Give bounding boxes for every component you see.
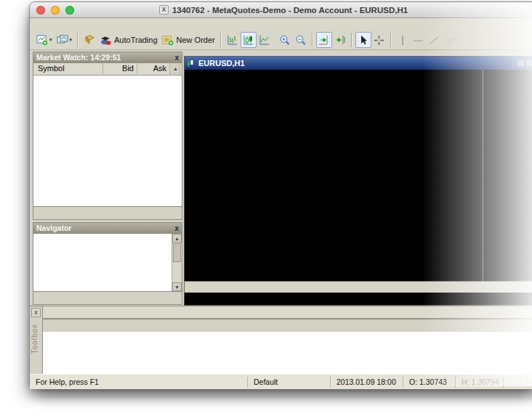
navigator-tabs bbox=[33, 291, 182, 304]
status-low-price: L: 1.30 bbox=[504, 377, 532, 388]
menu-bar bbox=[30, 18, 532, 30]
zoom-out-button[interactable] bbox=[293, 32, 309, 48]
signals-table-header bbox=[43, 306, 532, 319]
status-help-text: For Help, press F1 bbox=[30, 377, 248, 388]
trendline-tool-button[interactable] bbox=[427, 32, 443, 48]
chart-body bbox=[185, 70, 532, 281]
navigator-panel: Navigator x ▲ ▼ bbox=[33, 222, 182, 305]
toolbox-tabs bbox=[43, 319, 532, 332]
toolbox-vertical-label: Toolbox bbox=[31, 324, 39, 354]
scroll-up-icon[interactable]: ▲ bbox=[172, 234, 182, 242]
chart-window: EURUSD,H1 bbox=[184, 56, 532, 306]
vertical-line-tool-button[interactable] bbox=[395, 32, 411, 48]
market-watch-caption: Market Watch: 14:29:51 x bbox=[33, 52, 182, 63]
new-order-button[interactable]: New Order bbox=[160, 32, 217, 48]
toolbar-divider bbox=[312, 33, 313, 47]
status-candle-time: 2013.01.09 18:00 bbox=[331, 377, 403, 388]
mql5-icon bbox=[84, 35, 95, 45]
chevron-down-icon: ▾ bbox=[49, 37, 52, 43]
column-ask[interactable]: Ask bbox=[137, 63, 170, 75]
chart-plot[interactable] bbox=[185, 70, 483, 281]
market-watch-header: Symbol Bid Ask ▲ bbox=[33, 63, 182, 76]
auto-scroll-icon bbox=[318, 35, 330, 46]
column-bid[interactable]: Bid bbox=[103, 63, 137, 75]
close-icon[interactable]: x bbox=[174, 224, 179, 234]
equidistant-channel-icon bbox=[445, 35, 456, 46]
cursor-icon bbox=[358, 35, 368, 46]
market-watch-tabs bbox=[33, 206, 182, 219]
scrollbar-thumb[interactable] bbox=[173, 243, 181, 262]
crosshair-icon bbox=[374, 35, 384, 46]
status-high-price: H: 1.30794 bbox=[456, 377, 504, 388]
chevron-down-icon: ▾ bbox=[70, 37, 73, 43]
chart-shift-button[interactable] bbox=[332, 32, 348, 48]
equidistant-channel-tool-button[interactable] bbox=[443, 32, 459, 48]
chart-title: EURUSD,H1 bbox=[198, 59, 245, 68]
status-open-price: O: 1.30743 bbox=[403, 377, 456, 388]
chart-caption: EURUSD,H1 bbox=[185, 57, 532, 70]
navigator-caption: Navigator x bbox=[33, 223, 182, 234]
zoom-in-icon bbox=[279, 35, 291, 46]
autotrading-icon bbox=[100, 35, 112, 45]
window-title-area: X 1340762 - MetaQuotes-Demo - Demo Accou… bbox=[30, 5, 532, 15]
new-order-icon bbox=[162, 35, 174, 46]
price-axis[interactable] bbox=[483, 70, 532, 281]
toolbox-panel: x Toolbox bbox=[30, 306, 532, 374]
status-bar: For Help, press F1 Default 2013.01.09 18… bbox=[30, 374, 532, 389]
restore-icon[interactable] bbox=[526, 60, 532, 67]
zoom-out-icon bbox=[295, 35, 307, 46]
chart-shift-icon bbox=[334, 35, 346, 46]
candlestick-icon bbox=[243, 35, 254, 46]
scroll-down-icon[interactable]: ▼ bbox=[172, 282, 182, 291]
market-watch-rows bbox=[33, 76, 182, 206]
page: X 1340762 - MetaQuotes-Demo - Demo Accou… bbox=[0, 0, 532, 416]
vertical-line-icon bbox=[398, 35, 407, 46]
candlestick-mode-button[interactable] bbox=[241, 32, 257, 48]
workspace: Market Watch: 14:29:51 x Symbol Bid Ask … bbox=[30, 50, 532, 306]
new-chart-button[interactable]: ▾ bbox=[34, 32, 55, 48]
scroll-up-icon[interactable]: ▲ bbox=[170, 63, 180, 75]
cursor-tool-button[interactable] bbox=[355, 32, 371, 48]
column-symbol[interactable]: Symbol bbox=[33, 63, 103, 75]
line-chart-icon bbox=[259, 35, 270, 46]
toolbox-main bbox=[42, 306, 532, 374]
chart-symbol-icon bbox=[187, 60, 196, 68]
mql5-community-button[interactable] bbox=[81, 32, 97, 48]
autotrading-label: AutoTrading bbox=[114, 36, 158, 44]
trendline-icon bbox=[429, 35, 440, 46]
profiles-button[interactable]: ▾ bbox=[55, 32, 75, 48]
auto-scroll-button[interactable] bbox=[316, 32, 332, 48]
app-icon: X bbox=[159, 5, 169, 15]
line-chart-mode-button[interactable] bbox=[257, 32, 273, 48]
titlebar: X 1340762 - MetaQuotes-Demo - Demo Accou… bbox=[30, 2, 532, 18]
market-watch-title: Market Watch: 14:29:51 bbox=[36, 53, 121, 63]
navigator-scrollbar[interactable]: ▲ ▼ bbox=[172, 234, 182, 291]
new-order-label: New Order bbox=[177, 36, 215, 44]
autotrading-button[interactable]: AutoTrading bbox=[97, 32, 160, 48]
minimize-icon[interactable] bbox=[517, 60, 525, 67]
status-profile[interactable]: Default bbox=[248, 377, 331, 388]
close-icon[interactable]: x bbox=[31, 308, 41, 317]
navigator-tree bbox=[33, 234, 172, 291]
time-axis[interactable] bbox=[185, 281, 532, 293]
metatrader-window: X 1340762 - MetaQuotes-Demo - Demo Accou… bbox=[29, 1, 532, 387]
bar-chart-icon bbox=[227, 35, 238, 46]
horizontal-line-icon bbox=[413, 35, 424, 46]
toolbar-divider bbox=[77, 33, 78, 47]
bar-chart-mode-button[interactable] bbox=[225, 32, 241, 48]
crosshair-tool-button[interactable] bbox=[371, 32, 387, 48]
close-icon[interactable]: x bbox=[174, 53, 179, 63]
toolbar: ▾ ▾ AutoTrading New Order bbox=[30, 30, 532, 50]
new-chart-icon bbox=[36, 35, 49, 46]
window-title: 1340762 - MetaQuotes-Demo - Demo Account… bbox=[172, 6, 408, 15]
candlestick-chart[interactable] bbox=[185, 70, 483, 281]
zoom-in-button[interactable] bbox=[277, 32, 293, 48]
bottom-fade-overlay bbox=[0, 397, 532, 416]
chart-window-buttons bbox=[517, 60, 532, 67]
horizontal-line-tool-button[interactable] bbox=[411, 32, 427, 48]
toolbar-divider bbox=[220, 33, 222, 47]
toolbar-divider bbox=[390, 33, 392, 47]
left-column: Market Watch: 14:29:51 x Symbol Bid Ask … bbox=[33, 52, 182, 306]
toolbox-side-strip: x Toolbox bbox=[30, 306, 42, 374]
navigator-title: Navigator bbox=[36, 224, 71, 234]
